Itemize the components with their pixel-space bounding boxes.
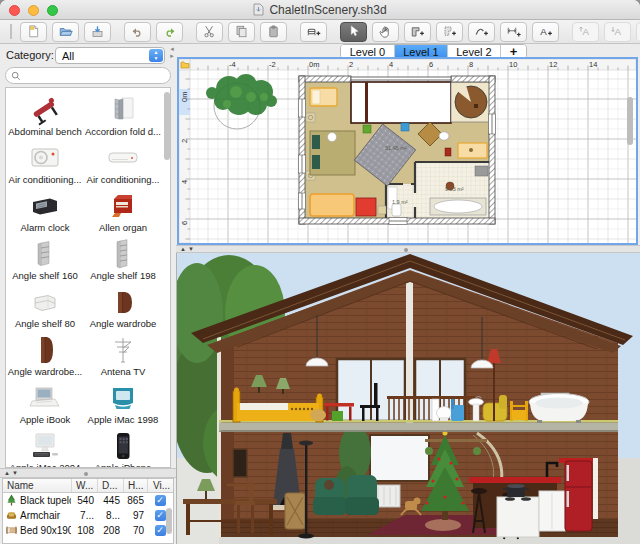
catalog-item[interactable]: Apple iBook (6, 378, 84, 426)
column-header-h[interactable]: H... (123, 479, 147, 492)
category-select[interactable]: All ▲▼ (55, 47, 165, 64)
zoom-window-button[interactable] (47, 5, 58, 16)
catalog-item[interactable]: Air conditioning... (6, 138, 84, 186)
add-furniture-icon (306, 24, 321, 39)
cell-h: 865 (123, 495, 147, 506)
catalog-item[interactable]: Accordion fold d... (84, 90, 162, 138)
room-area-label: 9.33 m² (445, 186, 464, 192)
title-bar[interactable]: ChaletInScenery.sh3d (0, 0, 640, 20)
column-header-d[interactable]: D... (97, 479, 123, 492)
pan-button[interactable] (372, 22, 399, 42)
visible-checkbox[interactable]: ✓ (155, 495, 166, 506)
decrease-text-size-button[interactable]: A (604, 22, 631, 42)
new-plan-button[interactable] (20, 22, 47, 42)
plan-view[interactable]: 31.45 m² 9.33 m² 1.9 m² -4-20m2468101214… (177, 57, 638, 245)
visible-checkbox[interactable]: ✓ (155, 510, 166, 521)
table-scrollbar[interactable] (166, 508, 172, 534)
create-text-button[interactable]: A (532, 22, 559, 42)
abdominal-bench-icon (28, 92, 62, 126)
search-field[interactable] (5, 67, 171, 84)
catalog-item-label: Angle wardrobe... (8, 366, 82, 378)
cut-button[interactable] (196, 22, 223, 42)
column-header-name[interactable]: Name (3, 479, 71, 492)
copy-button[interactable] (228, 22, 255, 42)
furniture-row[interactable]: Black tupelo540445865✓ (3, 493, 173, 508)
close-button[interactable] (9, 5, 20, 16)
catalog-item[interactable]: Abdominal bench (6, 90, 84, 138)
catalog-item[interactable]: Apple iMac 1998 (84, 378, 162, 426)
apple-ibook-icon (28, 380, 62, 414)
undo-button[interactable] (124, 22, 151, 42)
cell-name: Bed 90x190 (3, 524, 71, 538)
catalog-item-label: Air conditioning... (9, 174, 82, 186)
toolbar-group-edit (124, 22, 183, 42)
ruler-label: 8 (469, 60, 473, 69)
add-furniture-button[interactable] (300, 22, 327, 42)
floor-plan-drawing: 31.45 m² 9.33 m² 1.9 m² -4-20m2468101214… (179, 59, 636, 243)
create-dimensions-button[interactable] (500, 22, 527, 42)
ruler-label: 2 (180, 139, 189, 143)
visible-checkbox[interactable]: ✓ (155, 525, 166, 536)
catalog-item[interactable]: Angle shelf 80 (6, 282, 84, 330)
catalog-item[interactable]: Antena TV (84, 330, 162, 378)
ruler-label: 10 (509, 60, 517, 69)
create-walls-button[interactable] (404, 22, 431, 42)
panel-collapse-arrows[interactable]: ◂▸ (168, 45, 176, 59)
select-button[interactable] (340, 22, 367, 42)
plan-scrollbar[interactable] (627, 97, 633, 145)
3d-view[interactable] (176, 253, 640, 544)
catalog-table-splitter[interactable]: ▲▼ (0, 468, 176, 478)
ruler-label: 12 (549, 60, 557, 69)
svg-text:A: A (615, 26, 622, 37)
create-rooms-icon (442, 24, 457, 39)
paste-button[interactable] (260, 22, 287, 42)
catalog-scrollbar[interactable] (164, 92, 170, 160)
minimize-button[interactable] (28, 5, 39, 16)
catalog-item[interactable]: Angle wardrobe (84, 282, 162, 330)
cell-h: 97 (123, 510, 147, 521)
toolbar-handle[interactable] (10, 24, 12, 39)
3d-scene (177, 253, 640, 544)
bold-button[interactable]: A (636, 22, 640, 42)
catalog-item[interactable]: Angle shelf 198 (84, 234, 162, 282)
open-plan-button[interactable] (52, 22, 79, 42)
catalog-item[interactable]: Allen organ (84, 186, 162, 234)
splitter-collapse-icons[interactable]: ▲▼ (180, 246, 196, 252)
apple-iphone-icon (106, 428, 140, 462)
tree-icon (6, 494, 17, 508)
catalog-item-label: Air conditioning... (87, 174, 160, 186)
plan-3d-splitter[interactable]: ▲▼ (176, 245, 640, 253)
ruler-label: -2 (269, 60, 276, 69)
toolbar-group-clipboard (196, 22, 287, 42)
toolbar-group-file (20, 22, 111, 42)
save-plan-button[interactable] (84, 22, 111, 42)
save-plan-icon (90, 24, 105, 39)
furniture-row[interactable]: Armchair7...8...97✓ (3, 508, 173, 523)
create-rooms-button[interactable] (436, 22, 463, 42)
furniture-row[interactable]: Bed 90x19010820870✓ (3, 523, 173, 538)
svg-text:A: A (583, 26, 590, 37)
category-label: Category: (6, 49, 54, 61)
catalog-item[interactable]: Air conditioning... (84, 138, 162, 186)
increase-text-size-button[interactable]: A (572, 22, 599, 42)
redo-button[interactable] (156, 22, 183, 42)
angle-shelf-198-icon (106, 236, 140, 270)
column-header-visible[interactable]: Vi... (147, 479, 173, 492)
search-input[interactable] (21, 69, 170, 82)
cell-name: Armchair (3, 509, 71, 523)
furniture-name-text: Bed 90x190 (20, 525, 71, 536)
create-polylines-button[interactable] (468, 22, 495, 42)
catalog-item[interactable]: Angle shelf 160 (6, 234, 84, 282)
catalog-item[interactable]: Alarm clock (6, 186, 84, 234)
apple-imac-1998-icon (106, 380, 140, 414)
toolbar: AAAAA (0, 20, 640, 44)
category-row: Category: All ▲▼ (0, 44, 176, 67)
splitter-collapse-icons[interactable]: ▲▼ (4, 470, 20, 476)
catalog-item[interactable]: Apple iMac 2004 (6, 426, 84, 468)
cell-d: 208 (97, 525, 123, 536)
catalog-item[interactable]: Angle wardrobe... (6, 330, 84, 378)
ruler-label: 6 (180, 221, 189, 225)
column-header-w[interactable]: W... (71, 479, 97, 492)
catalog-item[interactable]: Apple iPhone (84, 426, 162, 468)
cell-d: 445 (97, 495, 123, 506)
